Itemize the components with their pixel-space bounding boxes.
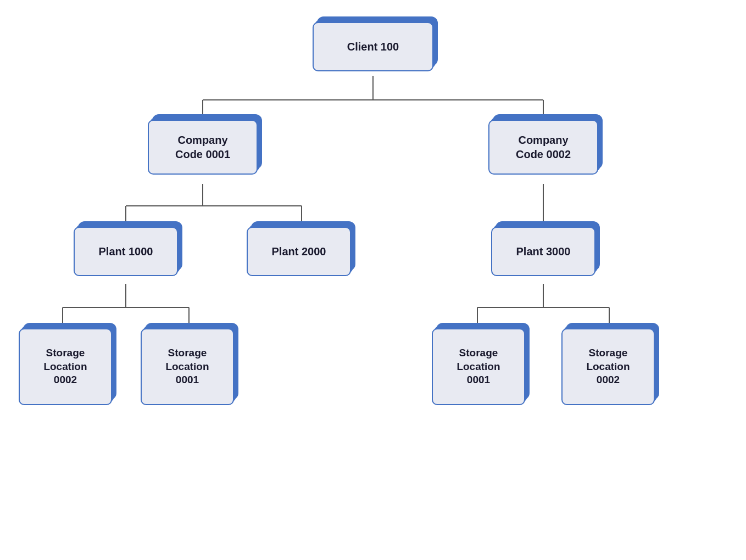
org-chart: Client 100 CompanyCode 0001 CompanyCode … <box>16 11 730 549</box>
storage0001-right-node: StorageLocation0001 <box>429 328 528 405</box>
company0002-card: CompanyCode 0002 <box>488 120 598 175</box>
plant2000-card: Plant 2000 <box>247 227 351 276</box>
storage0001-left-stack: StorageLocation0001 <box>141 328 234 405</box>
plant3000-node: Plant 3000 <box>464 227 623 276</box>
storage0001-right-card: StorageLocation0001 <box>432 328 525 405</box>
plant3000-card: Plant 3000 <box>491 227 595 276</box>
client-label: Client 100 <box>347 40 399 54</box>
company0001-card: CompanyCode 0001 <box>148 120 258 175</box>
plant1000-card: Plant 1000 <box>74 227 178 276</box>
client-stack: Client 100 <box>313 22 433 71</box>
company0001-label: CompanyCode 0001 <box>175 133 230 161</box>
storage0001-right-stack: StorageLocation0001 <box>432 328 525 405</box>
storage0002-right-node: StorageLocation0002 <box>559 328 658 405</box>
company0002-node: CompanyCode 0002 <box>464 120 623 175</box>
connector-lines <box>16 11 730 549</box>
client-node: Client 100 <box>296 22 450 71</box>
company0001-stack: CompanyCode 0001 <box>148 120 258 175</box>
storage0002-left-label: StorageLocation0002 <box>43 346 87 387</box>
storage0002-right-stack: StorageLocation0002 <box>561 328 655 405</box>
storage0001-left-label: StorageLocation0001 <box>165 346 209 387</box>
storage0001-left-card: StorageLocation0001 <box>141 328 234 405</box>
storage0002-right-card: StorageLocation0002 <box>561 328 655 405</box>
storage0002-left-node: StorageLocation0002 <box>16 328 115 405</box>
company0001-node: CompanyCode 0001 <box>123 120 282 175</box>
client-card: Client 100 <box>313 22 433 71</box>
plant2000-stack: Plant 2000 <box>247 227 351 276</box>
storage0001-left-node: StorageLocation0001 <box>138 328 237 405</box>
storage0002-left-stack: StorageLocation0002 <box>19 328 112 405</box>
storage0001-right-label: StorageLocation0001 <box>456 346 500 387</box>
plant3000-label: Plant 3000 <box>516 244 571 259</box>
storage0002-left-card: StorageLocation0002 <box>19 328 112 405</box>
company0002-label: CompanyCode 0002 <box>516 133 571 161</box>
plant2000-node: Plant 2000 <box>222 227 376 276</box>
plant1000-stack: Plant 1000 <box>74 227 178 276</box>
company0002-stack: CompanyCode 0002 <box>488 120 598 175</box>
plant2000-label: Plant 2000 <box>272 244 326 259</box>
storage0002-right-label: StorageLocation0002 <box>586 346 630 387</box>
plant1000-node: Plant 1000 <box>49 227 203 276</box>
plant1000-label: Plant 1000 <box>99 244 153 259</box>
plant3000-stack: Plant 3000 <box>491 227 595 276</box>
